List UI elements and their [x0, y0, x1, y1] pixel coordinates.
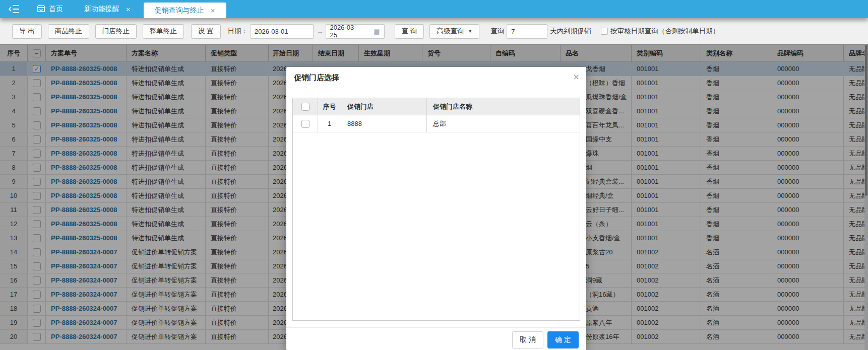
calendar-icon[interactable]: ▦	[374, 28, 380, 35]
dialog-title: 促销门店选择	[294, 73, 339, 83]
shop-icon	[37, 5, 45, 14]
tab-new-feature-reminder[interactable]: 新功能提醒 ×	[77, 0, 138, 18]
expiring-query-label: 查询	[490, 27, 504, 36]
tab-home[interactable]: 首页	[37, 5, 63, 14]
promo-store-select-dialog: 促销门店选择 × 序号 促销门店 促销门店名称 18888总部 取 消 确 定	[286, 67, 586, 350]
settings-button[interactable]: 设 置	[191, 24, 221, 39]
audit-date-checkbox-label: 按审核日期查询（否则按制单日期）	[610, 27, 719, 36]
store-col-name: 促销门店名称	[427, 98, 580, 115]
tab-label: 新功能提醒	[84, 5, 119, 14]
select-all-checkbox[interactable]	[301, 103, 309, 111]
expiring-days-input[interactable]: 7	[507, 24, 547, 39]
store-row-checkbox[interactable]	[301, 120, 309, 128]
top-tab-bar: 首页 新功能提醒 × 促销查询与终止 ×	[0, 0, 868, 18]
tab-promo-query-termination[interactable]: 促销查询与终止 ×	[144, 3, 226, 18]
toolbar: 导 出 商品终止 门店终止 整单终止 设 置 日期： 2026-03-01 → …	[0, 18, 868, 44]
expiring-days-suffix: 天内到期促销	[550, 27, 591, 36]
cell: 1	[318, 115, 341, 132]
confirm-button[interactable]: 确 定	[547, 331, 579, 348]
collapse-sidebar-icon[interactable]	[9, 4, 20, 15]
close-icon[interactable]: ×	[126, 5, 131, 14]
query-button[interactable]: 查 询	[395, 24, 424, 39]
date-to-input[interactable]: 2026-03-25 ▦	[326, 24, 385, 39]
cell: 总部	[427, 115, 580, 132]
dialog-close-icon[interactable]: ×	[573, 72, 579, 82]
advanced-query-dropdown[interactable]: 高级查询 ▼	[429, 24, 479, 39]
date-range-arrow-icon: →	[317, 28, 324, 35]
store-col-store: 促销门店	[341, 98, 427, 115]
date-from-input[interactable]: 2026-03-01	[250, 24, 314, 39]
store-table: 序号 促销门店 促销门店名称 18888总部	[292, 98, 580, 321]
dialog-footer: 取 消 确 定	[286, 331, 586, 350]
chevron-down-icon: ▼	[468, 29, 472, 34]
store-terminate-button[interactable]: 门店终止	[95, 24, 137, 39]
footer-divider	[286, 327, 586, 328]
cancel-button[interactable]: 取 消	[512, 331, 543, 348]
export-button[interactable]: 导 出	[12, 24, 42, 39]
store-table-header: 序号 促销门店 促销门店名称	[293, 98, 580, 115]
whole-order-terminate-button[interactable]: 整单终止	[143, 24, 184, 39]
close-icon[interactable]: ×	[211, 6, 215, 15]
advanced-query-label: 高级查询	[437, 27, 464, 36]
audit-date-checkbox[interactable]	[601, 28, 608, 35]
tab-label: 促销查询与终止	[155, 6, 204, 15]
date-label: 日期：	[228, 27, 249, 36]
tab-home-label: 首页	[49, 5, 63, 14]
product-terminate-button[interactable]: 商品终止	[48, 24, 89, 39]
store-col-seq: 序号	[318, 98, 341, 115]
cell: 8888	[341, 115, 427, 132]
date-to-value: 2026-03-25	[330, 24, 361, 39]
store-row[interactable]: 18888总部	[293, 115, 580, 132]
